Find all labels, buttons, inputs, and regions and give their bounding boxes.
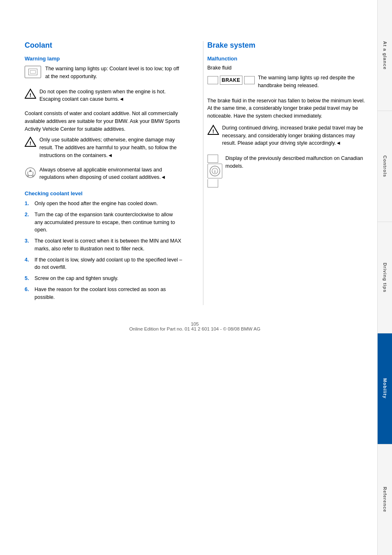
brake-warning: ! During continued driving, increased br… — [208, 124, 365, 150]
brake-lamp-text: The warning lamp lights up red despite t… — [258, 74, 365, 90]
brake-label-box: BRAKE — [220, 75, 242, 85]
step-text-1: Only open the hood after the engine has … — [35, 200, 158, 208]
tab-controls[interactable]: Controls — [378, 111, 392, 222]
coolant-recycle-note: Always observe all applicable environmen… — [25, 166, 182, 185]
coolant-steps-list: 1. Only open the hood after the engine h… — [25, 200, 182, 301]
right-tabs: At a glance Controls Driving tips Mobili… — [377, 0, 392, 555]
list-item: 4. If the coolant is low, slowly add coo… — [25, 256, 182, 272]
coolant-lamp-icon — [25, 66, 41, 78]
canadian-icon: i — [208, 164, 222, 178]
page-number: 105 — [25, 321, 365, 326]
coolant-title: Coolant — [25, 41, 182, 50]
svg-text:!: ! — [30, 92, 31, 98]
coolant-warning1: ! Do not open the cooling system when th… — [25, 88, 182, 107]
svg-text:!: ! — [212, 128, 214, 134]
list-item: 1. Only open the hood after the engine h… — [25, 200, 182, 208]
coolant-lamp-text: The warning lamp lights up: Coolant leve… — [45, 65, 182, 81]
brake-fluid-title: Brake fluid — [208, 65, 365, 71]
brake-fluid-body: The brake fluid in the reservoir has fal… — [208, 97, 365, 120]
coolant-warning2-text: Only use suitable additives; otherwise, … — [39, 136, 182, 159]
warning-triangle-icon: ! — [25, 88, 36, 99]
coolant-body1: Coolant consists of water and coolant ad… — [25, 110, 182, 133]
tab-at-a-glance[interactable]: At a glance — [378, 0, 392, 111]
brake-label: BRAKE — [222, 77, 240, 83]
step-num-5: 5. — [25, 275, 32, 282]
step-text-5: Screw on the cap and tighten snugly. — [35, 275, 118, 282]
brake-lamp-outer-left — [208, 76, 218, 84]
tab-driving-tips[interactable]: Driving tips — [378, 222, 392, 333]
coolant-warning2: ! Only use suitable additives; otherwise… — [25, 136, 182, 162]
svg-text:!: ! — [30, 140, 31, 146]
brake-lamp-row: BRAKE The warning lamp lights up red des… — [208, 74, 365, 93]
step-text-3: The coolant level is correct when it is … — [35, 237, 182, 253]
step-text-2: Turn the cap of the expansion tank count… — [35, 211, 182, 234]
step-num-4: 4. — [25, 256, 32, 272]
page-footer: 105 Online Edition for Part no. 01 41 2 … — [25, 321, 365, 331]
brake-lamp-outer-right — [244, 76, 255, 84]
checking-coolant-title: Checking coolant level — [25, 190, 182, 197]
brake-warning-triangle-icon: ! — [208, 124, 219, 136]
brake-icon: BRAKE — [220, 76, 242, 85]
tab-mobility[interactable]: Mobility — [378, 333, 392, 444]
step-text-4: If the coolant is low, slowly add coolan… — [35, 256, 182, 272]
canadian-bracket-top — [208, 155, 218, 163]
footer-text: Online Edition for Part no. 01 41 2 601 … — [25, 326, 365, 331]
canadian-malfunction-box: i Display of the previously described ma… — [208, 155, 365, 187]
list-item: 3. The coolant level is correct when it … — [25, 237, 182, 253]
coolant-recycle-text: Always observe all applicable environmen… — [39, 166, 182, 182]
recycle-icon — [25, 167, 36, 178]
step-num-3: 3. — [25, 237, 32, 253]
svg-point-4 — [25, 168, 35, 178]
list-item: 5. Screw on the cap and tighten snugly. — [25, 275, 182, 282]
brake-system-title: Brake system — [208, 41, 365, 50]
list-item: 6. Have the reason for the coolant loss … — [25, 286, 182, 301]
step-num-6: 6. — [25, 286, 32, 301]
canadian-text: Display of the previously described malf… — [226, 155, 365, 170]
step-num-2: 2. — [25, 211, 32, 234]
coolant-warning-lamp-box: The warning lamp lights up: Coolant leve… — [25, 65, 182, 84]
step-num-1: 1. — [25, 200, 32, 208]
tab-reference[interactable]: Reference — [378, 444, 392, 555]
list-item: 2. Turn the cap of the expansion tank co… — [25, 211, 182, 234]
svg-text:i: i — [214, 169, 215, 174]
step-text-6: Have the reason for the coolant loss cor… — [35, 286, 182, 301]
coolant-warning1-text: Do not open the cooling system when the … — [39, 88, 182, 104]
canadian-bracket-bottom — [208, 179, 218, 187]
warning-lamp-subtitle: Warning lamp — [25, 56, 182, 62]
malfunction-title: Malfunction — [208, 56, 365, 62]
warning-triangle-icon2: ! — [25, 136, 36, 148]
brake-warning-text: During continued driving, increased brak… — [222, 124, 365, 147]
